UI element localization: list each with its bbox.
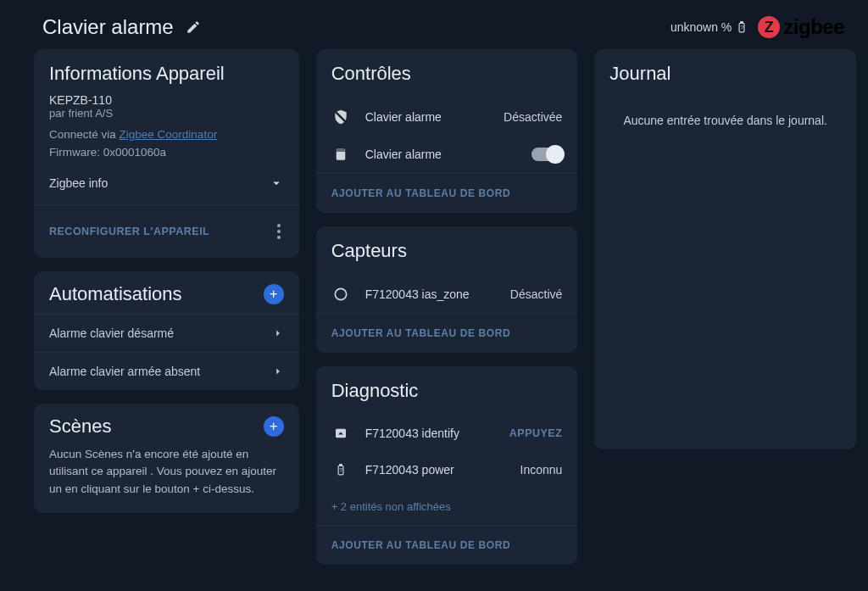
journal-empty-text: Aucune entrée trouvée dans le journal. (594, 93, 856, 449)
battery-text: unknown % (670, 20, 732, 34)
zigbee-logo: Z zigbee (758, 15, 844, 39)
control-item[interactable]: Clavier alarme Désactivée (316, 98, 578, 136)
chevron-down-icon (269, 176, 284, 191)
svg-rect-5 (336, 148, 345, 152)
control-name: Clavier alarme (365, 148, 442, 161)
identify-icon (331, 426, 350, 441)
diagnostic-state: Inconnu (520, 463, 563, 477)
scenes-card: Scènes + Aucun Scènes n'a encore été ajo… (34, 404, 299, 513)
automation-label: Alarme clavier désarmé (49, 326, 174, 340)
page-title: Clavier alarme (42, 15, 174, 39)
svg-text:?: ? (339, 467, 342, 473)
add-automation-button[interactable]: + (264, 284, 284, 304)
reconfigure-button[interactable]: RECONFIGURER L'APPAREIL (49, 226, 209, 237)
control-toggle[interactable] (531, 148, 562, 161)
zigbee-info-expand[interactable]: Zigbee info (49, 170, 284, 191)
add-scene-button[interactable]: + (264, 416, 284, 437)
sensor-name: F7120043 ias_zone (365, 287, 470, 301)
panel-icon (331, 146, 350, 163)
coordinator-link[interactable]: Zigbee Coordinator (120, 128, 218, 141)
add-to-dashboard-button[interactable]: AJOUTER AU TABLEAU DE BORD (316, 525, 578, 565)
diagnostic-name: F7120043 identify (365, 427, 459, 440)
zigbee-info-label: Zigbee info (49, 176, 108, 190)
scenes-empty-text: Aucun Scènes n'a encore été ajouté en ut… (34, 446, 299, 513)
svg-rect-9 (339, 465, 341, 466)
device-menu-button[interactable] (274, 220, 284, 243)
circle-outline-icon (331, 286, 350, 303)
diagnostic-card: Diagnostic F7120043 identify APPUYEZ ? F… (316, 366, 578, 565)
zigbee-wordmark: zigbee (783, 15, 844, 39)
page-header: Clavier alarme unknown % ? Z zigbee (0, 0, 868, 49)
identify-press-button[interactable]: APPUYEZ (509, 427, 563, 439)
journal-card: Journal Aucune entrée trouvée dans le jo… (594, 49, 856, 449)
device-info-title: Informations Appareil (49, 63, 284, 85)
sensors-card: Capteurs F7120043 ias_zone Désactivé AJO… (316, 226, 578, 353)
diagnostic-item[interactable]: ? F7120043 power Inconnu (316, 451, 578, 488)
add-to-dashboard-button[interactable]: AJOUTER AU TABLEAU DE BORD (316, 173, 578, 213)
automation-item[interactable]: Alarme clavier armée absent (34, 352, 299, 390)
automation-item[interactable]: Alarme clavier désarmé (34, 314, 299, 352)
show-hidden-entities[interactable]: + 2 entités non affichées (316, 488, 578, 525)
automations-title: Automatisations (49, 283, 182, 305)
shield-off-icon (331, 109, 350, 125)
diagnostic-item: F7120043 identify APPUYEZ (316, 415, 578, 451)
automation-label: Alarme clavier armée absent (49, 365, 200, 378)
device-info-card: Informations Appareil KEPZB-110 par frie… (34, 49, 299, 258)
device-manufacturer: par frient A/S (49, 107, 284, 120)
sensor-item[interactable]: F7120043 ias_zone Désactivé (316, 276, 578, 313)
sensors-title: Capteurs (331, 240, 563, 262)
controls-card: Contrôles Clavier alarme Désactivée Clav… (316, 49, 578, 213)
journal-title: Journal (609, 63, 841, 85)
control-name: Clavier alarme (365, 110, 442, 124)
add-to-dashboard-button[interactable]: AJOUTER AU TABLEAU DE BORD (316, 313, 578, 353)
sensor-state: Désactivé (510, 287, 562, 301)
control-item[interactable]: Clavier alarme (316, 136, 578, 173)
scenes-title: Scènes (49, 415, 111, 438)
controls-title: Contrôles (331, 63, 563, 85)
automations-card: Automatisations + Alarme clavier désarmé… (34, 271, 299, 390)
device-firmware: Firmware: 0x0001060a (49, 146, 284, 159)
control-state: Désactivée (504, 110, 562, 124)
diagnostic-title: Diagnostic (331, 380, 563, 402)
battery-unknown-icon: ? (736, 19, 748, 36)
svg-point-6 (335, 288, 346, 299)
diagnostic-name: F7120043 power (365, 463, 454, 477)
device-model: KEPZB-110 (49, 93, 284, 107)
chevron-right-icon (272, 365, 284, 377)
device-connection: Connecté via Zigbee Coordinator (49, 128, 284, 141)
edit-icon[interactable] (186, 20, 201, 35)
battery-unknown-icon: ? (331, 461, 350, 478)
svg-rect-1 (741, 22, 743, 24)
battery-status: unknown % ? (670, 19, 748, 36)
chevron-right-icon (272, 327, 284, 339)
svg-text:?: ? (741, 25, 744, 31)
zigbee-mark-icon: Z (758, 16, 780, 38)
